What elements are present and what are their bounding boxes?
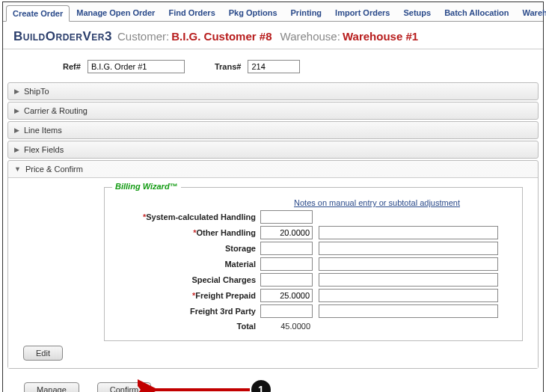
label-freight-prepaid: Freight Prepaid (195, 291, 256, 300)
app-frame: Create Order Manage Open Order Find Orde… (2, 1, 544, 392)
section-carrier-label: Carrier & Routing (24, 106, 88, 115)
chevron-down-icon: ▼ (14, 165, 21, 173)
input-freight-prepaid[interactable] (260, 289, 313, 302)
label-total: Total (237, 322, 256, 331)
ref-row: Ref# Trans# (3, 49, 543, 82)
note-special[interactable] (319, 273, 498, 287)
notes-link[interactable]: Notes on manual entry or subtotal adjust… (111, 198, 516, 207)
input-freight-3rd[interactable] (260, 304, 313, 318)
trans-input[interactable] (248, 60, 300, 73)
row-material: Material (111, 257, 516, 271)
row-other-handling: *Other Handling (111, 226, 516, 239)
chevron-right-icon: ▶ (14, 88, 19, 95)
manage-button[interactable]: Manage (24, 382, 79, 392)
svg-point-1 (251, 379, 272, 392)
bottom-button-row: Manage Confirm 1 (3, 370, 543, 392)
section-price: ▼ Price & Confirm Billing Wizard™ Notes … (7, 160, 539, 369)
tab-printing[interactable]: Printing (284, 4, 329, 21)
warehouse-label: Warehouse: (280, 30, 340, 43)
row-total: Total 45.0000 (111, 320, 516, 332)
value-total: 45.0000 (260, 320, 313, 332)
tab-manage-open-order[interactable]: Manage Open Order (70, 4, 162, 21)
billing-wizard-legend: Billing Wizard™ (112, 182, 181, 191)
tab-batch-allocation[interactable]: Batch Allocation (438, 4, 515, 21)
chevron-right-icon: ▶ (14, 126, 19, 134)
section-price-header[interactable]: ▼ Price & Confirm (8, 161, 538, 177)
trans-label: Trans# (215, 62, 241, 71)
section-carrier-header[interactable]: ▶ Carrier & Routing (8, 102, 538, 119)
label-other-handling: Other Handling (197, 228, 256, 237)
section-shipto: ▶ ShipTo (7, 82, 539, 100)
ref-input[interactable] (88, 60, 185, 73)
input-storage[interactable] (260, 242, 313, 255)
tab-pkg-options[interactable]: Pkg Options (222, 4, 284, 21)
row-special: Special Charges (111, 273, 516, 287)
note-other-handling[interactable] (319, 226, 498, 239)
row-storage: Storage (111, 242, 516, 255)
tab-import-orders[interactable]: Import Orders (328, 4, 396, 21)
label-special: Special Charges (191, 275, 256, 284)
tab-warehouse-pack[interactable]: Warehouse Pack (516, 4, 546, 21)
confirm-button[interactable]: Confirm (97, 382, 152, 392)
input-material[interactable] (260, 257, 313, 271)
note-freight-3rd[interactable] (319, 304, 498, 318)
section-flex: ▶ Flex Fields (7, 141, 539, 159)
note-storage[interactable] (319, 242, 498, 255)
customer-value: B.I.G. Customer #8 (171, 30, 272, 43)
tab-setups[interactable]: Setups (396, 4, 438, 21)
section-flex-header[interactable]: ▶ Flex Fields (8, 141, 538, 158)
section-price-body: Billing Wizard™ Notes on manual entry or… (8, 177, 538, 368)
section-carrier: ▶ Carrier & Routing (7, 102, 539, 120)
section-lineitems-header[interactable]: ▶ Line Items (8, 122, 538, 138)
row-sys-handling: *System-calculated Handling (111, 210, 516, 224)
section-flex-label: Flex Fields (24, 145, 64, 154)
warehouse-value: Warehouse #1 (343, 30, 418, 43)
input-other-handling[interactable] (260, 226, 313, 239)
tab-bar: Create Order Manage Open Order Find Orde… (3, 2, 543, 22)
tab-find-orders[interactable]: Find Orders (162, 4, 221, 21)
chevron-right-icon: ▶ (14, 146, 19, 153)
accordion: ▶ ShipTo ▶ Carrier & Routing ▶ Line Item… (3, 82, 543, 369)
label-sys-handling: System-calculated Handling (146, 212, 256, 221)
chevron-right-icon: ▶ (14, 107, 19, 114)
label-storage: Storage (225, 244, 256, 253)
ref-label: Ref# (63, 62, 81, 71)
label-material: Material (224, 260, 256, 269)
label-freight-3rd: Freight 3rd Party (190, 307, 256, 316)
page-title: BuildOrderVer3 (13, 29, 112, 43)
section-lineitems-label: Line Items (24, 126, 62, 135)
tab-create-order[interactable]: Create Order (6, 5, 70, 22)
edit-button[interactable]: Edit (23, 346, 63, 361)
callout-step-number: 1 (258, 384, 264, 392)
row-freight-3rd: Freight 3rd Party (111, 304, 516, 318)
input-sys-handling[interactable] (260, 210, 313, 224)
callout-arrow-icon: 1 (138, 375, 280, 392)
section-lineitems: ▶ Line Items (7, 121, 539, 139)
input-special[interactable] (260, 273, 313, 287)
customer-label: Customer: (117, 30, 169, 43)
billing-wizard: Billing Wizard™ Notes on manual entry or… (104, 187, 523, 341)
section-shipto-label: ShipTo (24, 87, 49, 96)
section-price-label: Price & Confirm (25, 165, 83, 174)
title-bar: BuildOrderVer3 Customer: B.I.G. Customer… (3, 22, 543, 49)
note-freight-prepaid[interactable] (319, 289, 498, 302)
row-freight-prepaid: *Freight Prepaid (111, 289, 516, 302)
note-material[interactable] (319, 257, 498, 271)
section-shipto-header[interactable]: ▶ ShipTo (8, 83, 538, 99)
